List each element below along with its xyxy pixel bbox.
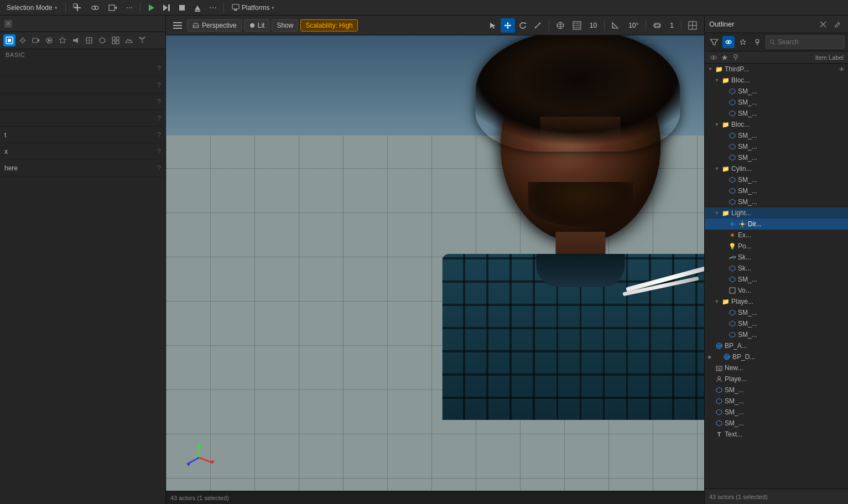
outliner-item-sm13[interactable]: ▸ SM_... [705, 329, 848, 340]
tab-volumes[interactable] [96, 34, 108, 46]
tab-basic[interactable] [3, 34, 15, 46]
angle-value-button[interactable]: 10° [625, 20, 642, 31]
tab-foliage[interactable] [136, 34, 148, 46]
platforms-button[interactable]: Platforms ▾ [228, 3, 278, 13]
outliner-item-sm15[interactable]: ▸ SM_... [705, 396, 848, 407]
panel-row-2-help[interactable]: ? [157, 81, 161, 89]
snap-settings-button[interactable] [570, 18, 584, 33]
head [500, 49, 660, 243]
vis-btn-dir[interactable]: 👁 [728, 220, 737, 228]
outliner-item-sk2[interactable]: ▸ Sk... [705, 263, 848, 274]
outliner-item-sm10[interactable]: ▸ SM_... [705, 274, 848, 285]
move-tool-button[interactable] [501, 18, 515, 33]
outliner-item-bpd[interactable]: ★ ▸ BP BP_D... [705, 351, 848, 362]
outliner-pin-filter-button[interactable] [751, 36, 763, 48]
panel-row-5[interactable]: t ? [0, 127, 165, 143]
outliner-item-cylin[interactable]: ▼ 📁 Cylin... [705, 163, 848, 174]
outliner-item-sm2[interactable]: ▸ SM_... [705, 97, 848, 108]
tab-audio[interactable] [70, 34, 82, 46]
outliner-item-playe-folder[interactable]: ▼ 📁 Playe... [705, 296, 848, 307]
outliner-item-sm11[interactable]: ▸ SM_... [705, 307, 848, 318]
select-tool-button[interactable] [486, 18, 500, 33]
eye-thirdp[interactable]: 👁 [838, 65, 846, 73]
outliner-item-sk1[interactable]: ▸ Sk... [705, 252, 848, 263]
tab-lighting[interactable] [17, 34, 29, 46]
eject-button[interactable] [191, 2, 204, 14]
left-panel-close-button[interactable]: ✕ [4, 20, 12, 28]
outliner-item-new[interactable]: ▸ N New... [705, 362, 848, 373]
coordinate-system-button[interactable] [553, 18, 568, 33]
panel-row-6-help[interactable]: ? [157, 147, 161, 155]
angle-snap-button[interactable] [608, 18, 623, 33]
more-options-button[interactable]: ⋯ [123, 3, 136, 13]
grid-size-button[interactable]: 10 [586, 20, 600, 31]
add-actor-button[interactable] [70, 2, 85, 13]
panel-row-1[interactable]: ? [0, 60, 165, 77]
outliner-item-sm8[interactable]: ▸ SM_... [705, 185, 848, 196]
outliner-item-dir-light[interactable]: ▸ 👁 Dir... [705, 219, 848, 230]
outliner-item-sm17[interactable]: ▸ SM_... [705, 418, 848, 429]
outliner-item-ex-light[interactable]: ▸ ☀ Ex... [705, 230, 848, 241]
panel-row-3[interactable]: ? [0, 93, 165, 110]
outliner-item-sm14[interactable]: ▸ SM_... [705, 385, 848, 396]
outliner-item-sm1[interactable]: ▸ SM_... [705, 86, 848, 97]
outliner-item-sm6[interactable]: ▸ SM_... [705, 152, 848, 163]
scale-tool-button[interactable] [530, 18, 545, 33]
outliner-item-sm9[interactable]: ▸ SM_... [705, 196, 848, 207]
mesh-icon-sm15 [715, 397, 724, 406]
panel-row-7-help[interactable]: ? [157, 164, 161, 172]
panel-row-7[interactable]: here ? [0, 160, 165, 176]
lit-button[interactable]: Lit [244, 19, 270, 32]
outliner-item-player[interactable]: ▸ Playe... [705, 373, 848, 385]
outliner-item-thirdp[interactable]: ▼ 📁 ThirdP... 👁 [705, 64, 848, 75]
blueprint-button[interactable] [88, 2, 102, 13]
tab-camera[interactable] [30, 34, 42, 46]
outliner-edit-button[interactable] [831, 18, 844, 30]
outliner-close-button[interactable] [817, 18, 829, 30]
panel-row-1-help[interactable]: ? [157, 64, 161, 72]
play-button[interactable] [145, 2, 157, 14]
outliner-item-sm4[interactable]: ▸ SM_... [705, 130, 848, 141]
scale-snap-button[interactable] [650, 18, 664, 33]
rotate-tool-button[interactable] [516, 18, 530, 33]
tab-misc[interactable] [110, 34, 122, 46]
tab-vfx[interactable] [56, 34, 69, 46]
tab-landscape[interactable] [123, 34, 135, 46]
outliner-item-bloc2[interactable]: ▼ 📁 Bloc... [705, 119, 848, 130]
outliner-item-sm5[interactable]: ▸ SM_... [705, 141, 848, 152]
outliner-item-text[interactable]: ▸ T Text... [705, 429, 848, 440]
show-button[interactable]: Show [272, 19, 298, 32]
viewport-menu-button[interactable] [170, 18, 185, 33]
layout-button[interactable] [685, 18, 700, 33]
outliner-star-filter-button[interactable] [737, 36, 749, 48]
outliner-item-sm3[interactable]: ▸ SM_... [705, 108, 848, 119]
outliner-filter-button[interactable] [708, 36, 720, 48]
tab-shapes[interactable] [83, 34, 95, 46]
stop-button[interactable] [176, 2, 188, 14]
outliner-item-sm16[interactable]: ▸ SM_... [705, 407, 848, 418]
panel-row-4-help[interactable]: ? [157, 114, 161, 122]
play-advance-button[interactable] [160, 2, 173, 14]
scalability-button[interactable]: Scalability: High [300, 19, 357, 32]
outliner-item-sm12[interactable]: ▸ SM_... [705, 318, 848, 329]
panel-row-2[interactable]: ? [0, 77, 165, 93]
panel-row-3-help[interactable]: ? [157, 97, 161, 106]
outliner-item-po-light[interactable]: ▸ 💡 Po... [705, 241, 848, 252]
outliner-search-input[interactable] [778, 38, 841, 46]
selection-mode-button[interactable]: Selection Mode ▾ [3, 3, 61, 13]
scale-value-button[interactable]: 1 [667, 20, 677, 31]
panel-row-4[interactable]: ? [0, 110, 165, 127]
viewport-content[interactable] [166, 35, 704, 491]
outliner-item-bpa[interactable]: ▸ BP BP_A... [705, 340, 848, 351]
outliner-item-bloc1[interactable]: ▼ 📁 Bloc... [705, 75, 848, 86]
cinematics-button[interactable] [106, 2, 120, 13]
tab-animation[interactable] [43, 34, 55, 46]
outliner-item-vol[interactable]: ▸ Vo... [705, 285, 848, 296]
outliner-item-light-folder[interactable]: ▼ 📁 Light... [705, 207, 848, 219]
outliner-item-sm7[interactable]: ▸ SM_... [705, 174, 848, 185]
play-options-button[interactable]: ⋯ [207, 2, 219, 14]
panel-row-5-help[interactable]: ? [157, 131, 161, 139]
perspective-button[interactable]: Perspective [187, 19, 242, 32]
panel-row-6[interactable]: x ? [0, 143, 165, 160]
outliner-vis-filter-button[interactable] [722, 36, 735, 48]
